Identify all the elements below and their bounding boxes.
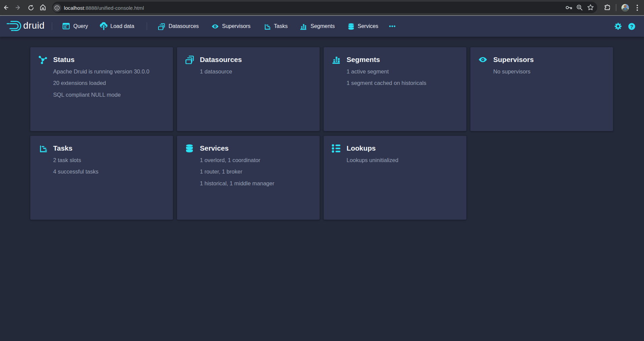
svg-text:druid: druid <box>23 20 45 31</box>
svg-text:?: ? <box>630 23 633 29</box>
